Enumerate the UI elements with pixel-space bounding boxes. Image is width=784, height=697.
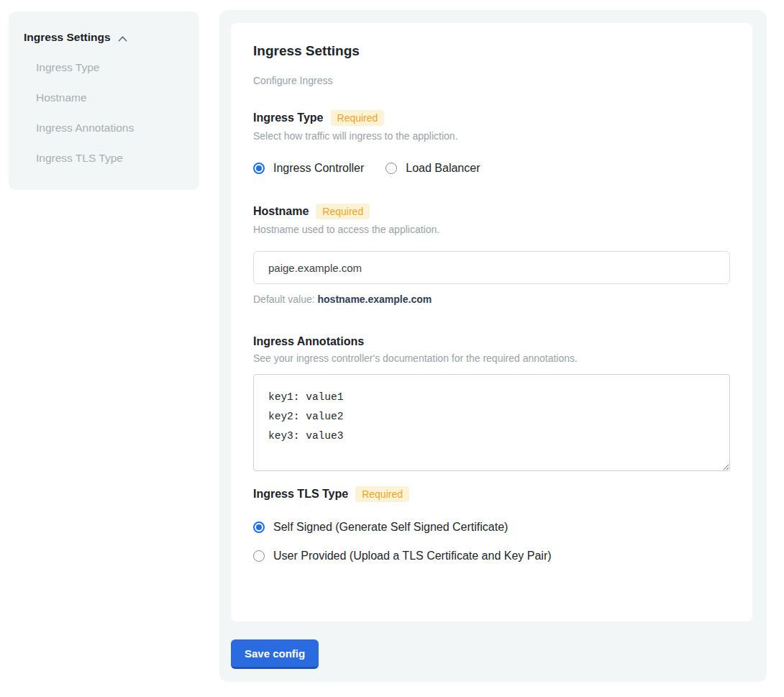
ingress-type-options: Ingress Controller Load Balancer xyxy=(253,162,730,175)
radio-label: User Provided (Upload a TLS Certificate … xyxy=(273,550,552,562)
chevron-up-icon xyxy=(117,32,128,43)
field-ingress-annotations: Ingress Annotations See your ingress con… xyxy=(253,335,730,471)
nav-section-title: Ingress Settings xyxy=(24,31,111,44)
field-ingress-type: Ingress Type Required Select how traffic… xyxy=(253,110,730,175)
radio-label: Self Signed (Generate Self Signed Certif… xyxy=(273,521,508,534)
field-hostname: Hostname Required Hostname used to acces… xyxy=(253,204,730,305)
nav-item-ingress-type[interactable]: Ingress Type xyxy=(36,61,185,74)
ingress-settings-card: Ingress Settings Configure Ingress Ingre… xyxy=(231,23,752,621)
hostname-input[interactable] xyxy=(253,251,730,284)
radio-selected-icon[interactable] xyxy=(253,163,265,174)
radio-option-ingress-controller[interactable]: Ingress Controller xyxy=(253,162,364,175)
annotations-description: See your ingress controller's documentat… xyxy=(253,352,730,364)
ingress-type-description: Select how traffic will ingress to the a… xyxy=(253,130,730,142)
hostname-label: Hostname xyxy=(253,205,309,218)
radio-option-user-provided[interactable]: User Provided (Upload a TLS Certificate … xyxy=(253,550,730,562)
tls-type-label: Ingress TLS Type xyxy=(253,488,348,501)
required-badge: Required xyxy=(355,486,409,502)
save-config-button[interactable]: Save config xyxy=(231,639,319,669)
default-value-text: hostname.example.com xyxy=(318,293,432,305)
settings-nav: Ingress Settings Ingress Type Hostname I… xyxy=(9,12,199,190)
page-subtitle: Configure Ingress xyxy=(253,75,730,86)
hostname-description: Hostname used to access the application. xyxy=(253,224,730,235)
radio-unselected-icon[interactable] xyxy=(386,163,397,174)
annotations-label: Ingress Annotations xyxy=(253,335,364,348)
radio-selected-icon[interactable] xyxy=(253,521,265,533)
required-badge: Required xyxy=(331,110,385,126)
settings-panel: Ingress Settings Configure Ingress Ingre… xyxy=(219,10,767,682)
nav-items: Ingress Type Hostname Ingress Annotation… xyxy=(36,61,185,165)
nav-item-ingress-annotations[interactable]: Ingress Annotations xyxy=(36,122,185,135)
radio-unselected-icon[interactable] xyxy=(253,550,265,562)
ingress-type-label: Ingress Type xyxy=(253,111,324,124)
field-ingress-tls-type: Ingress TLS Type Required Self Signed (G… xyxy=(253,486,730,562)
tls-type-options: Self Signed (Generate Self Signed Certif… xyxy=(253,521,730,562)
required-badge: Required xyxy=(316,204,370,219)
radio-label: Ingress Controller xyxy=(273,162,364,175)
nav-item-ingress-tls-type[interactable]: Ingress TLS Type xyxy=(36,152,185,165)
default-value-label: Default value: xyxy=(253,293,315,305)
nav-item-hostname[interactable]: Hostname xyxy=(36,91,185,104)
page-title: Ingress Settings xyxy=(253,43,730,59)
radio-option-load-balancer[interactable]: Load Balancer xyxy=(386,162,480,175)
radio-option-self-signed[interactable]: Self Signed (Generate Self Signed Certif… xyxy=(253,521,730,534)
radio-label: Load Balancer xyxy=(406,162,480,175)
annotations-textarea[interactable]: key1: value1 key2: value2 key3: value3 xyxy=(253,374,730,471)
hostname-default-value: Default value: hostname.example.com xyxy=(253,293,730,305)
nav-section-ingress-settings[interactable]: Ingress Settings xyxy=(24,31,185,44)
